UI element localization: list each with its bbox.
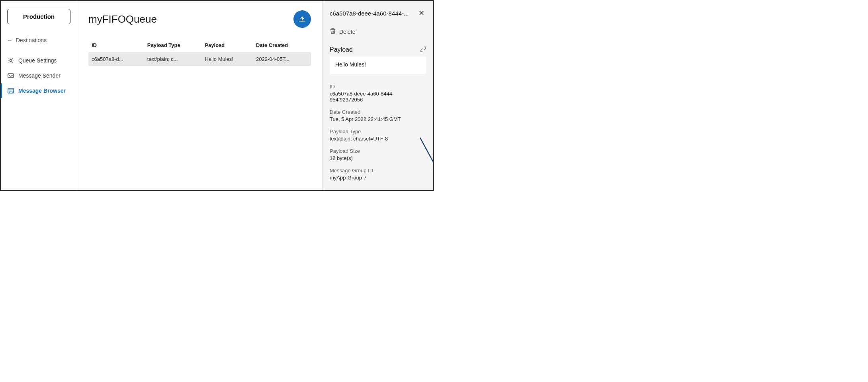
field-message-group-id-label: Message Group ID <box>330 168 426 173</box>
col-header-date-created: Date Created <box>253 39 311 52</box>
main-header: myFIFOQueue <box>88 10 311 28</box>
cell-id: c6a507a8-d... <box>88 52 144 66</box>
sidebar-item-message-sender-label: Message Sender <box>18 72 61 79</box>
svg-rect-2 <box>8 88 14 93</box>
table-row[interactable]: c6a507a8-d... text/plain; c... Hello Mul… <box>88 52 311 66</box>
sidebar-item-queue-settings-label: Queue Settings <box>18 57 57 64</box>
field-payload-size: Payload Size 12 byte(s) <box>330 148 426 161</box>
field-payload-type-value: text/plain; charset=UTF-8 <box>330 136 426 142</box>
col-header-payload: Payload <box>201 39 253 52</box>
field-id-label: ID <box>330 84 426 90</box>
field-message-group-id-value: myApp-Group-7 <box>330 175 426 181</box>
upload-icon <box>298 14 307 24</box>
svg-point-0 <box>10 60 12 62</box>
destinations-label: Destinations <box>16 37 47 43</box>
field-id: ID c6a507a8-deee-4a60-8444-954f92372056 <box>330 84 426 103</box>
field-date-created: Date Created Tue, 5 Apr 2022 22:41:45 GM… <box>330 109 426 122</box>
message-table: ID Payload Type Payload Date Created c6a… <box>88 39 311 66</box>
sidebar-item-message-sender[interactable]: Message Sender <box>1 68 77 83</box>
field-id-value: c6a507a8-deee-4a60-8444-954f92372056 <box>330 91 426 103</box>
field-date-created-value: Tue, 5 Apr 2022 22:41:45 GMT <box>330 116 426 122</box>
destinations-link[interactable]: ← Destinations <box>1 34 77 47</box>
cell-payload-type: text/plain; c... <box>144 52 202 66</box>
upload-button[interactable] <box>293 10 311 28</box>
payload-label-row: Payload <box>330 46 426 53</box>
cell-date-created: 2022-04-05T... <box>253 52 311 66</box>
field-date-created-label: Date Created <box>330 109 426 115</box>
table-header-row: ID Payload Type Payload Date Created <box>88 39 311 52</box>
gear-icon <box>7 57 14 64</box>
sidebar-nav: Queue Settings Message Sender Message Br… <box>1 53 77 98</box>
back-arrow-icon: ← <box>7 37 13 43</box>
close-button[interactable]: ✕ <box>417 8 426 18</box>
detail-title: c6a507a8-deee-4a60-8444-... <box>330 10 409 17</box>
field-payload-type: Payload Type text/plain; charset=UTF-8 <box>330 129 426 142</box>
production-button[interactable]: Production <box>7 9 70 24</box>
field-payload-type-label: Payload Type <box>330 129 426 134</box>
field-payload-size-value: 12 byte(s) <box>330 155 426 161</box>
delete-button[interactable]: Delete <box>330 26 355 37</box>
cell-payload: Hello Mules! <box>201 52 253 66</box>
svg-rect-1 <box>8 74 14 78</box>
sidebar-item-message-browser[interactable]: Message Browser <box>1 83 77 98</box>
detail-actions: Delete <box>323 23 433 43</box>
sidebar-item-queue-settings[interactable]: Queue Settings <box>1 53 77 68</box>
message-browser-icon <box>7 87 14 94</box>
trash-icon <box>330 28 336 36</box>
main-content: myFIFOQueue ID Payload Type Payload Date… <box>77 1 323 190</box>
sidebar: Production ← Destinations Queue Settings… <box>1 1 77 190</box>
field-message-group-id: Message Group ID myApp-Group-7 <box>330 168 426 181</box>
detail-fields: ID c6a507a8-deee-4a60-8444-954f92372056 … <box>323 78 433 190</box>
sidebar-item-message-browser-label: Message Browser <box>18 88 66 94</box>
field-payload-size-label: Payload Size <box>330 148 426 154</box>
delete-label: Delete <box>339 29 355 35</box>
message-sender-icon <box>7 72 14 79</box>
queue-title: myFIFOQueue <box>88 13 157 25</box>
expand-icon[interactable] <box>420 47 426 53</box>
payload-label: Payload <box>330 46 353 53</box>
detail-header: c6a507a8-deee-4a60-8444-... ✕ <box>323 1 433 23</box>
detail-panel: c6a507a8-deee-4a60-8444-... ✕ Delete Pay… <box>323 1 433 190</box>
payload-section: Payload Hello Mules! <box>323 43 433 78</box>
col-header-payload-type: Payload Type <box>144 39 202 52</box>
message-table-container: ID Payload Type Payload Date Created c6a… <box>88 39 311 66</box>
col-header-id: ID <box>88 39 144 52</box>
payload-content: Hello Mules! <box>330 57 426 74</box>
